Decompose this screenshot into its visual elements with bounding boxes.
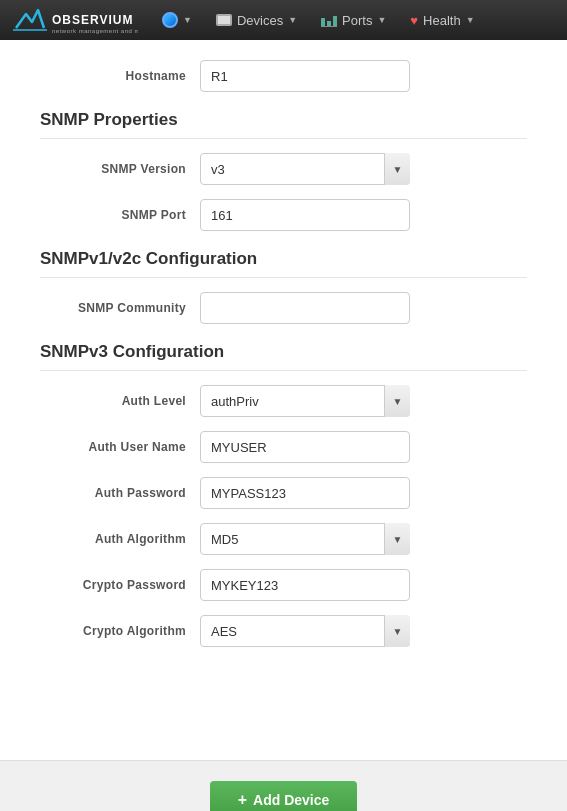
auth-level-select[interactable]: noAuthNoPriv authNoPriv authPriv (200, 385, 410, 417)
nav-globe[interactable]: ▼ (152, 0, 202, 40)
health-label: Health (423, 13, 461, 28)
snmp-community-input[interactable] (200, 292, 410, 324)
crypto-algorithm-select-wrapper: AES DES ▼ (200, 615, 410, 647)
hostname-row: Hostname (40, 60, 527, 92)
hostname-input[interactable] (200, 60, 410, 92)
auth-username-label: Auth User Name (40, 440, 200, 454)
nav-devices[interactable]: Devices ▼ (206, 0, 307, 40)
auth-level-select-wrapper: noAuthNoPriv authNoPriv authPriv ▼ (200, 385, 410, 417)
snmp-port-label: SNMP Port (40, 208, 200, 222)
globe-caret-icon: ▼ (183, 15, 192, 25)
brand-logo: OBSERVIUM network management and monitor… (8, 6, 138, 34)
crypto-algorithm-row: Crypto Algorithm AES DES ▼ (40, 615, 527, 647)
snmp-version-label: SNMP Version (40, 162, 200, 176)
auth-algorithm-select-wrapper: MD5 SHA ▼ (200, 523, 410, 555)
ports-label: Ports (342, 13, 372, 28)
add-device-button[interactable]: + Add Device (210, 781, 358, 811)
crypto-algorithm-label: Crypto Algorithm (40, 624, 200, 638)
snmp-port-row: SNMP Port (40, 199, 527, 231)
auth-username-row: Auth User Name (40, 431, 527, 463)
add-device-plus-icon: + (238, 791, 247, 809)
nav-ports[interactable]: Ports ▼ (311, 0, 396, 40)
auth-level-row: Auth Level noAuthNoPriv authNoPriv authP… (40, 385, 527, 417)
snmp-section-heading: SNMP Properties (40, 110, 527, 139)
svg-text:network management and monitor: network management and monitoring (52, 28, 138, 34)
ports-icon (321, 13, 337, 27)
auth-level-label: Auth Level (40, 394, 200, 408)
snmpv1v2c-section-heading: SNMPv1/v2c Configuration (40, 249, 527, 278)
snmp-version-select[interactable]: v1 v2c v3 (200, 153, 410, 185)
hostname-label: Hostname (40, 69, 200, 83)
auth-algorithm-row: Auth Algorithm MD5 SHA ▼ (40, 523, 527, 555)
snmp-port-input[interactable] (200, 199, 410, 231)
globe-icon (162, 12, 178, 28)
devices-label: Devices (237, 13, 283, 28)
health-caret-icon: ▼ (466, 15, 475, 25)
snmp-community-label: SNMP Community (40, 301, 200, 315)
svg-text:OBSERVIUM: OBSERVIUM (52, 13, 133, 27)
auth-password-input[interactable] (200, 477, 410, 509)
snmpv3-section-heading: SNMPv3 Configuration (40, 342, 527, 371)
devices-caret-icon: ▼ (288, 15, 297, 25)
snmp-version-row: SNMP Version v1 v2c v3 ▼ (40, 153, 527, 185)
crypto-password-label: Crypto Password (40, 578, 200, 592)
footer-bar: + Add Device (0, 760, 567, 811)
snmp-version-select-wrapper: v1 v2c v3 ▼ (200, 153, 410, 185)
snmp-community-row: SNMP Community (40, 292, 527, 324)
add-device-label: Add Device (253, 792, 329, 808)
navbar: OBSERVIUM network management and monitor… (0, 0, 567, 40)
devices-icon (216, 14, 232, 26)
auth-algorithm-label: Auth Algorithm (40, 532, 200, 546)
auth-algorithm-select[interactable]: MD5 SHA (200, 523, 410, 555)
auth-password-row: Auth Password (40, 477, 527, 509)
main-content: Hostname SNMP Properties SNMP Version v1… (0, 40, 567, 760)
crypto-algorithm-select[interactable]: AES DES (200, 615, 410, 647)
ports-caret-icon: ▼ (377, 15, 386, 25)
auth-username-input[interactable] (200, 431, 410, 463)
auth-password-label: Auth Password (40, 486, 200, 500)
nav-health[interactable]: ♥ Health ▼ (400, 0, 484, 40)
health-icon: ♥ (410, 13, 418, 28)
crypto-password-row: Crypto Password (40, 569, 527, 601)
crypto-password-input[interactable] (200, 569, 410, 601)
